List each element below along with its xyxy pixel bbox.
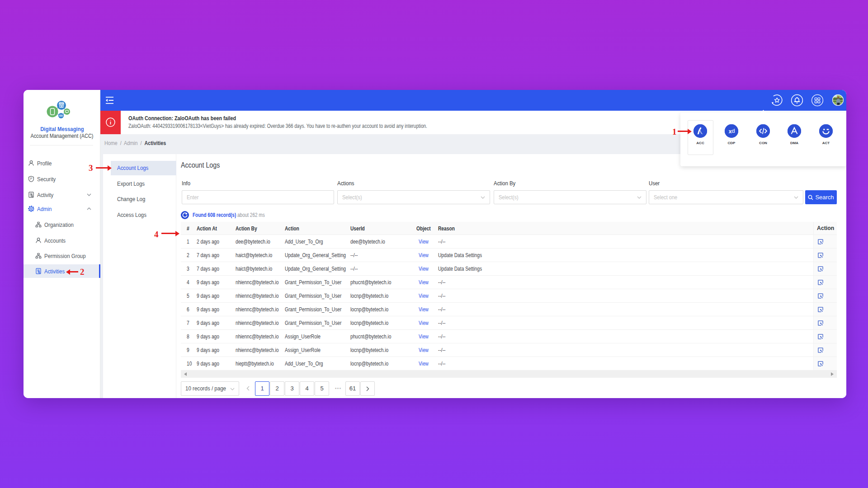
- svg-text:P: P: [30, 177, 33, 180]
- svg-text:d: d: [731, 127, 735, 134]
